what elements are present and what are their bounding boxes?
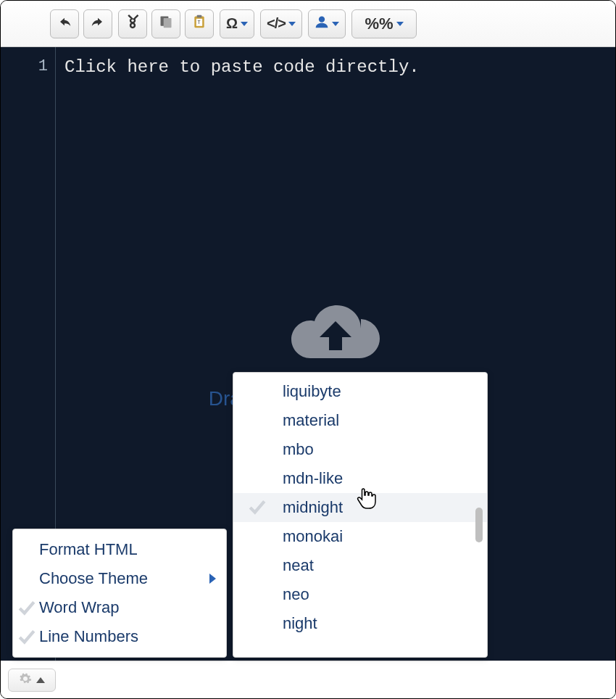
settings-menu: Format HTML Choose Theme Word Wrap Line …	[12, 529, 227, 658]
svg-text:T: T	[198, 20, 201, 25]
theme-option-monokai[interactable]: monokai	[233, 522, 487, 551]
settings-toggle-button[interactable]	[8, 669, 56, 692]
cut-button[interactable]	[118, 9, 147, 38]
redo-button[interactable]	[83, 9, 112, 38]
special-char-button[interactable]: Ω	[220, 9, 254, 38]
scrollbar-thumb[interactable]	[475, 508, 483, 542]
theme-option-mdn-like[interactable]: mdn-like	[233, 464, 487, 493]
chevron-down-icon	[332, 22, 339, 26]
undo-icon	[57, 15, 72, 32]
gear-icon	[19, 672, 32, 688]
menu-item-line-numbers[interactable]: Line Numbers	[13, 622, 226, 651]
svg-point-0	[131, 20, 133, 22]
user-icon	[315, 15, 329, 33]
theme-option-liquibyte[interactable]: liquibyte	[233, 377, 487, 406]
menu-item-label: Word Wrap	[39, 598, 119, 617]
chevron-right-icon	[209, 574, 216, 584]
user-dropdown-button[interactable]	[308, 9, 346, 38]
theme-label: midnight	[283, 498, 343, 517]
theme-option-mbo[interactable]: mbo	[233, 435, 487, 464]
paste-icon: T	[192, 15, 207, 33]
theme-option-night[interactable]: night	[233, 609, 487, 638]
theme-label: material	[283, 411, 339, 430]
menu-item-format-html[interactable]: Format HTML	[13, 535, 226, 564]
check-icon	[17, 628, 36, 651]
theme-label: liquibyte	[283, 382, 341, 401]
theme-submenu: liquibyte material mbo mdn-like midnight…	[233, 372, 488, 658]
svg-point-1	[131, 24, 133, 26]
theme-label: monokai	[283, 527, 343, 546]
copy-icon	[159, 15, 173, 33]
theme-label: mdn-like	[283, 469, 343, 488]
variable-button[interactable]: %%	[351, 9, 417, 38]
code-view-button[interactable]: </>	[260, 9, 302, 38]
editor-placeholder: Click here to paste code directly.	[64, 57, 615, 77]
footer	[1, 661, 615, 698]
menu-item-label: Line Numbers	[39, 627, 138, 646]
copy-button[interactable]	[151, 9, 180, 38]
menu-item-label: Format HTML	[39, 540, 138, 559]
theme-option-material[interactable]: material	[233, 406, 487, 435]
scissors-icon	[125, 15, 140, 33]
redo-icon	[91, 15, 105, 32]
svg-point-8	[319, 17, 325, 22]
check-icon	[17, 599, 36, 622]
theme-option-neat[interactable]: neat	[233, 551, 487, 580]
toolbar: T Ω </> %%	[1, 1, 615, 47]
svg-rect-6	[197, 15, 202, 17]
theme-scrollbar[interactable]	[475, 438, 483, 592]
undo-button[interactable]	[50, 9, 79, 38]
menu-item-word-wrap[interactable]: Word Wrap	[13, 593, 226, 622]
chevron-down-icon	[288, 22, 296, 26]
cloud-upload-icon	[288, 299, 383, 374]
code-icon: </>	[267, 15, 286, 32]
theme-label: night	[283, 614, 317, 633]
chevron-down-icon	[396, 22, 404, 26]
theme-label: neat	[283, 556, 314, 575]
line-number: 1	[1, 57, 48, 75]
chevron-down-icon	[241, 22, 248, 26]
variable-label: %%	[365, 15, 393, 33]
paste-button[interactable]: T	[185, 9, 214, 38]
theme-option-neo[interactable]: neo	[233, 580, 487, 609]
omega-icon: Ω	[226, 15, 238, 32]
check-icon	[248, 498, 267, 521]
theme-label: mbo	[283, 440, 314, 459]
theme-option-midnight[interactable]: midnight	[233, 493, 487, 522]
menu-item-label: Choose Theme	[39, 569, 148, 588]
svg-rect-3	[164, 18, 172, 28]
chevron-up-icon	[36, 677, 45, 683]
menu-item-choose-theme[interactable]: Choose Theme	[13, 564, 226, 593]
theme-label: neo	[283, 585, 309, 604]
